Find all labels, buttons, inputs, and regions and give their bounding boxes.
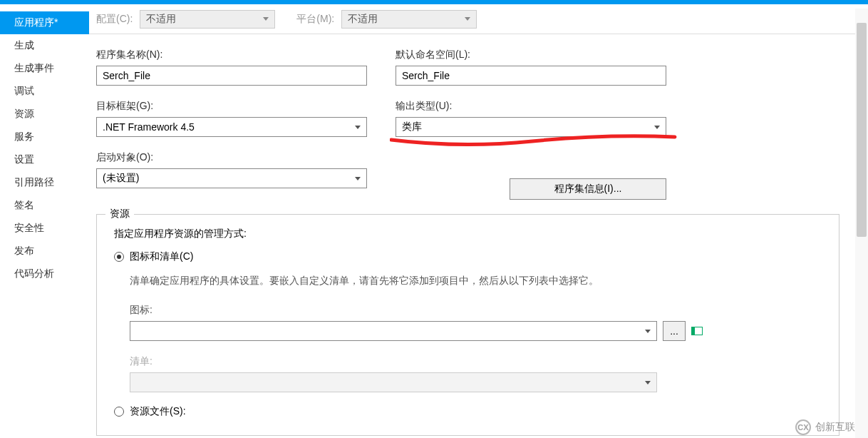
- output-type-select[interactable]: 类库: [396, 117, 666, 137]
- output-type-value: 类库: [402, 121, 422, 133]
- sidebar-item-build[interactable]: 生成: [0, 34, 89, 57]
- icon-manifest-desc: 清单确定应用程序的具体设置。要嵌入自定义清单，请首先将它添加到项目中，然后从以下…: [130, 272, 822, 290]
- icon-manifest-label: 图标和清单(C): [130, 250, 193, 263]
- sidebar-item-resources[interactable]: 资源: [0, 103, 89, 126]
- sidebar-item-signing[interactable]: 签名: [0, 194, 89, 217]
- sidebar-item-settings[interactable]: 设置: [0, 148, 89, 171]
- sidebar-item-debug[interactable]: 调试: [0, 80, 89, 103]
- icon-label: 图标:: [130, 304, 822, 317]
- target-framework-value: .NET Framework 4.5: [103, 121, 195, 133]
- vertical-scrollbar[interactable]: [855, 9, 868, 438]
- assembly-name-label: 程序集名称(N):: [96, 49, 367, 61]
- resource-file-label: 资源文件(S):: [130, 405, 186, 418]
- manifest-label: 清单:: [130, 355, 822, 368]
- target-framework-label: 目标框架(G):: [96, 100, 367, 113]
- resources-group-title: 资源: [105, 208, 134, 220]
- platform-select: 不适用: [341, 10, 477, 29]
- watermark-text: 创新互联: [815, 421, 855, 434]
- sidebar-item-code-analysis[interactable]: 代码分析: [0, 263, 89, 285]
- default-namespace-input[interactable]: [396, 66, 666, 86]
- top-bar: 配置(C): 不适用 平台(M): 不适用: [89, 4, 868, 34]
- chevron-down-icon: [465, 17, 470, 21]
- scrollbar-thumb[interactable]: [857, 23, 867, 237]
- sidebar-item-build-events[interactable]: 生成事件: [0, 57, 89, 80]
- platform-label: 平台(M):: [296, 13, 334, 26]
- sidebar-item-application[interactable]: 应用程序*: [0, 11, 89, 34]
- icon-preview-icon: [691, 327, 703, 335]
- manifest-select: [130, 372, 657, 392]
- startup-object-select[interactable]: (未设置): [96, 168, 367, 188]
- resources-group-desc: 指定应用程序资源的管理方式:: [114, 228, 822, 240]
- icon-browse-button[interactable]: ...: [663, 321, 686, 341]
- icon-select[interactable]: [130, 321, 657, 341]
- sidebar-item-publish[interactable]: 发布: [0, 240, 89, 263]
- platform-value: 不适用: [348, 13, 378, 26]
- assembly-info-button[interactable]: 程序集信息(I)...: [510, 178, 666, 200]
- sidebar: 应用程序* 生成 生成事件 调试 资源 服务 设置 引用路径 签名 安全性 发布…: [0, 4, 89, 438]
- chevron-down-icon: [355, 126, 361, 129]
- sidebar-item-security[interactable]: 安全性: [0, 217, 89, 240]
- assembly-name-input[interactable]: [96, 66, 367, 86]
- default-namespace-label: 默认命名空间(L):: [396, 49, 666, 61]
- resources-group: 资源 指定应用程序资源的管理方式: 图标和清单(C) 清单确定应用程序的具体设置…: [96, 214, 839, 436]
- config-label: 配置(C):: [96, 13, 133, 26]
- chevron-down-icon: [645, 381, 651, 384]
- chevron-down-icon: [654, 126, 660, 129]
- chevron-down-icon: [355, 177, 361, 180]
- chevron-down-icon: [263, 17, 269, 21]
- output-type-label: 输出类型(U):: [396, 100, 666, 113]
- chevron-down-icon: [645, 330, 651, 333]
- startup-object-label: 启动对象(O):: [96, 151, 367, 164]
- sidebar-item-reference-paths[interactable]: 引用路径: [0, 171, 89, 194]
- target-framework-select[interactable]: .NET Framework 4.5: [96, 117, 367, 137]
- sidebar-item-services[interactable]: 服务: [0, 126, 89, 148]
- resource-file-radio[interactable]: [114, 407, 124, 417]
- content-area: 程序集名称(N): 默认命名空间(L): 目标框架(G): .NET Frame…: [89, 34, 868, 437]
- startup-object-value: (未设置): [103, 172, 139, 185]
- watermark-logo-icon: CX: [795, 419, 811, 435]
- config-value: 不适用: [146, 13, 176, 26]
- config-select: 不适用: [140, 10, 275, 29]
- icon-manifest-radio[interactable]: [114, 252, 124, 262]
- watermark: CX 创新互联: [795, 419, 855, 435]
